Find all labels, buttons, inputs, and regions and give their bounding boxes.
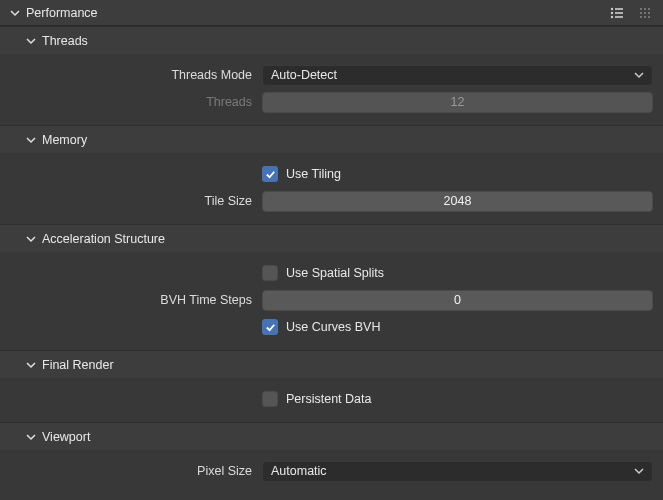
threads-field: 12 xyxy=(262,92,653,113)
section-title: Viewport xyxy=(42,430,90,444)
chevron-down-icon xyxy=(8,6,22,20)
svg-rect-5 xyxy=(615,16,623,18)
svg-point-11 xyxy=(648,12,650,14)
svg-point-0 xyxy=(611,7,613,9)
label-pixel-size: Pixel Size xyxy=(10,464,262,478)
section-header-accel[interactable]: Acceleration Structure xyxy=(0,224,663,252)
svg-point-6 xyxy=(640,8,642,10)
use-spatial-splits-checkbox[interactable] xyxy=(262,265,278,281)
threads-mode-select[interactable]: Auto-Detect xyxy=(262,65,653,86)
section-header-threads[interactable]: Threads xyxy=(0,26,663,54)
persistent-data-checkbox[interactable] xyxy=(262,391,278,407)
drag-handle-icon[interactable] xyxy=(635,3,655,23)
chevron-down-icon xyxy=(24,133,38,147)
chevron-down-icon xyxy=(634,70,644,80)
use-curves-bvh-label: Use Curves BVH xyxy=(286,320,380,334)
section-title: Final Render xyxy=(42,358,114,372)
section-header-final-render[interactable]: Final Render xyxy=(0,350,663,378)
label-threads-mode: Threads Mode xyxy=(10,68,262,82)
svg-point-13 xyxy=(644,16,646,18)
pixel-size-select[interactable]: Automatic xyxy=(262,461,653,482)
pixel-size-value: Automatic xyxy=(271,464,327,478)
threads-value: 12 xyxy=(451,95,465,109)
tile-size-field[interactable]: 2048 xyxy=(262,191,653,212)
label-bvh-time-steps: BVH Time Steps xyxy=(10,293,262,307)
preset-list-icon[interactable] xyxy=(607,3,627,23)
bvh-time-steps-field[interactable]: 0 xyxy=(262,290,653,311)
section-header-viewport[interactable]: Viewport xyxy=(0,422,663,450)
svg-point-4 xyxy=(611,15,613,17)
panel-header-performance[interactable]: Performance xyxy=(0,0,663,26)
use-tiling-label: Use Tiling xyxy=(286,167,341,181)
svg-point-10 xyxy=(644,12,646,14)
chevron-down-icon xyxy=(24,430,38,444)
label-tile-size: Tile Size xyxy=(10,194,262,208)
svg-point-9 xyxy=(640,12,642,14)
svg-point-12 xyxy=(640,16,642,18)
use-spatial-splits-label: Use Spatial Splits xyxy=(286,266,384,280)
use-curves-bvh-checkbox[interactable] xyxy=(262,319,278,335)
section-title: Threads xyxy=(42,34,88,48)
chevron-down-icon xyxy=(634,466,644,476)
svg-point-7 xyxy=(644,8,646,10)
panel-title: Performance xyxy=(26,6,607,20)
bvh-time-steps-value: 0 xyxy=(454,293,461,307)
use-tiling-checkbox[interactable] xyxy=(262,166,278,182)
svg-point-14 xyxy=(648,16,650,18)
threads-mode-value: Auto-Detect xyxy=(271,68,337,82)
chevron-down-icon xyxy=(24,34,38,48)
section-title: Memory xyxy=(42,133,87,147)
label-threads: Threads xyxy=(10,95,262,109)
svg-point-8 xyxy=(648,8,650,10)
chevron-down-icon xyxy=(24,358,38,372)
section-header-memory[interactable]: Memory xyxy=(0,125,663,153)
persistent-data-label: Persistent Data xyxy=(286,392,371,406)
svg-point-2 xyxy=(611,11,613,13)
svg-rect-3 xyxy=(615,12,623,14)
svg-rect-1 xyxy=(615,8,623,10)
tile-size-value: 2048 xyxy=(444,194,472,208)
section-title: Acceleration Structure xyxy=(42,232,165,246)
chevron-down-icon xyxy=(24,232,38,246)
